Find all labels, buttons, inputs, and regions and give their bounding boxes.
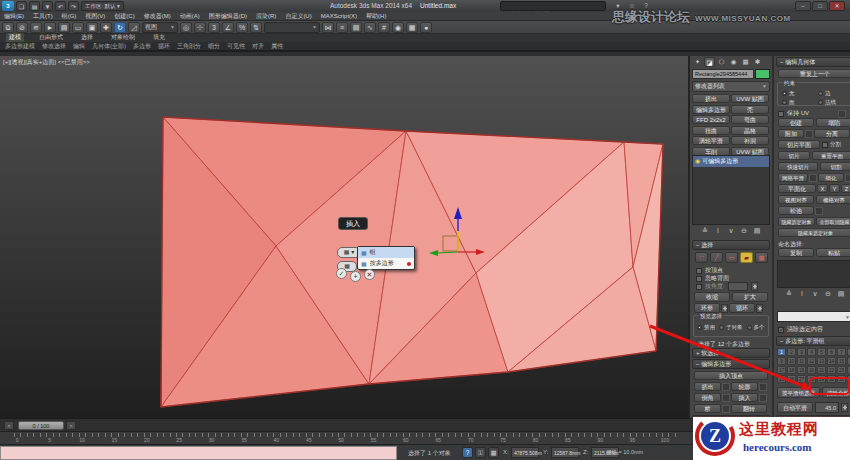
create-tab[interactable]: ✦ (692, 57, 703, 67)
menu-item[interactable]: MAXScript(X) (321, 13, 357, 19)
auto-smooth-angle-field[interactable]: 45.0 (815, 402, 839, 413)
mirror-icon[interactable]: ⋈ (322, 22, 334, 33)
select-scale-icon[interactable]: ◿ (128, 22, 140, 33)
configure-sets-icon[interactable]: ▤ (835, 290, 848, 298)
modifier-button[interactable]: 扭曲 (692, 126, 730, 135)
modifier-button[interactable]: 涡轮平滑 (692, 136, 730, 145)
menu-item[interactable]: 渲染(R) (256, 12, 276, 21)
inset-settings-icon[interactable] (759, 394, 767, 402)
object-color-swatch[interactable] (755, 69, 770, 79)
clear-contents-checkbox[interactable]: ✓ (778, 327, 784, 333)
modifier-button[interactable]: 补洞 (731, 136, 769, 145)
viewport[interactable]: [+][透视][真实+边面] <<已禁用>> (0, 56, 688, 418)
bevel-settings-icon[interactable] (722, 394, 730, 402)
menu-item[interactable]: 组(G) (62, 12, 77, 21)
select-link-icon[interactable]: ⧉ (2, 22, 14, 33)
loop-spinner[interactable] (756, 304, 763, 313)
vertex-icon[interactable]: ∷ (695, 252, 708, 263)
modifier-button[interactable]: 晶格 (731, 126, 769, 135)
next-frame-button[interactable]: > (66, 421, 76, 430)
tessellate-button[interactable]: 细化 (818, 173, 844, 182)
quickslice-button[interactable]: 快速切片 (778, 162, 818, 171)
smoothing-group-button[interactable]: 7 (837, 348, 846, 356)
paste-button[interactable]: 粘贴 (816, 248, 850, 257)
rollout-selection[interactable]: − 选择 (692, 240, 770, 250)
spinner-snap-icon[interactable]: ⇅ (250, 22, 262, 33)
caddy-apply-button[interactable]: + (350, 271, 361, 282)
app-logo-icon[interactable]: 3 (2, 1, 14, 11)
render-icon[interactable]: ● (420, 22, 432, 33)
menu-item[interactable]: 修改器(M) (144, 12, 171, 21)
isolate-help-icon[interactable]: ? (462, 447, 473, 458)
outline-settings-icon[interactable] (759, 383, 767, 391)
maxscript-mini-listener[interactable] (0, 446, 397, 460)
transform-gizmo[interactable] (425, 205, 495, 265)
smoothing-group-button[interactable]: 23 (837, 366, 846, 374)
smoothing-group-button[interactable]: 11 (797, 357, 806, 365)
track-bar[interactable]: 0510152025303540455055606570758085909510… (0, 431, 748, 444)
auto-smooth-button[interactable]: 自动平滑 (777, 402, 813, 413)
loop-button[interactable]: 循环 (729, 303, 755, 313)
redo-icon[interactable]: ↷ (68, 1, 79, 11)
select-move-icon[interactable]: ✚ (100, 22, 112, 33)
auto-smooth-spinner[interactable] (841, 403, 848, 412)
outline-button[interactable]: 轮廓 (731, 382, 758, 391)
smoothing-group-button[interactable]: 30 (827, 375, 836, 383)
modifier-button[interactable]: 挤出 (692, 94, 730, 103)
window-crossing-icon[interactable]: ▣ (86, 22, 98, 33)
rollout-edit-polygons[interactable]: − 编辑多边形 (692, 359, 770, 369)
attach-settings-icon[interactable] (805, 130, 813, 138)
element-icon[interactable]: ▦ (755, 252, 768, 263)
caddy-cancel-button[interactable]: ✕ (364, 269, 375, 280)
preview-radio[interactable]: 多个 (747, 324, 765, 331)
rect-region-icon[interactable]: ▭ (72, 22, 84, 33)
pin-stack-icon[interactable]: ≙ (699, 227, 712, 235)
rollout-soft-selection[interactable]: + 软选择 (692, 348, 770, 358)
smoothing-group-button[interactable]: 19 (797, 366, 806, 374)
smoothing-group-button[interactable]: 28 (807, 375, 816, 383)
rollout-smoothing-groups[interactable]: − 多边形: 平滑组 (776, 336, 850, 346)
ribbon-panel-label[interactable]: 编辑 (73, 42, 85, 51)
smoothing-group-button[interactable]: 25 (777, 375, 786, 383)
hide-selected-button[interactable]: 隐藏选定对象 (778, 217, 815, 226)
preserve-uv-settings-icon[interactable] (838, 110, 846, 118)
selection-lock-icon[interactable]: ⚿ (475, 447, 486, 458)
modifier-button[interactable]: 弯曲 (731, 115, 769, 124)
viewport-label[interactable]: [+][透视][真实+边面] <<已禁用>> (3, 58, 90, 67)
ignore-backfacing-checkbox[interactable] (696, 276, 702, 282)
preserve-uv-checkbox[interactable] (778, 111, 784, 117)
smoothing-group-button[interactable]: 17 (777, 366, 786, 374)
menu-item[interactable]: 工具(T) (33, 12, 53, 21)
select-object-icon[interactable]: ► (44, 22, 56, 33)
caddy-ok-button[interactable]: ✓ (336, 268, 347, 279)
planar-x-button[interactable]: X (817, 184, 828, 193)
polygon-icon[interactable]: ▰ (740, 252, 753, 263)
reference-coordinate-dropdown[interactable]: 视图▼ (142, 22, 178, 33)
time-slider-handle[interactable]: 0 / 100 (18, 421, 64, 430)
make-unique-icon[interactable]: ∨ (725, 227, 738, 235)
cut-button[interactable]: 切割 (820, 162, 850, 171)
unlink-icon[interactable]: ⊘ (16, 22, 28, 33)
msmooth-settings-icon[interactable] (809, 174, 817, 182)
smoothing-group-button[interactable]: 14 (827, 357, 836, 365)
display-tab[interactable]: ▦ (740, 57, 751, 67)
bridge-settings-icon[interactable] (722, 405, 730, 413)
smoothing-group-button[interactable]: 4 (807, 348, 816, 356)
menu-item[interactable]: 视图(V) (85, 12, 105, 21)
copy-button[interactable]: 复制 (778, 248, 814, 257)
insert-vertex-button[interactable]: 插入顶点 (694, 371, 768, 380)
maximize-button[interactable]: □ (812, 1, 828, 11)
preserve-uv-row[interactable]: 保持 UV (778, 109, 846, 118)
by-angle-row[interactable]: 按角度: (696, 282, 758, 291)
angle-spinner[interactable] (751, 282, 758, 291)
edge-icon[interactable]: ╱ (710, 252, 723, 263)
y-coordinate-field[interactable]: 12587.8mm (551, 447, 579, 458)
bind-spacewarp-icon[interactable]: ≋ (30, 22, 42, 33)
save-icon[interactable]: ▼ (42, 1, 53, 11)
material-editor-icon[interactable]: ◉ (392, 22, 404, 33)
pin-stack-icon[interactable]: ≙ (783, 290, 796, 298)
modifier-button[interactable]: UVW 贴图 (731, 94, 769, 103)
use-pivot-icon[interactable]: ◎ (180, 22, 192, 33)
menu-item[interactable]: 创建(C) (114, 12, 134, 21)
visibility-bulb-icon[interactable]: ◉ (695, 156, 700, 167)
